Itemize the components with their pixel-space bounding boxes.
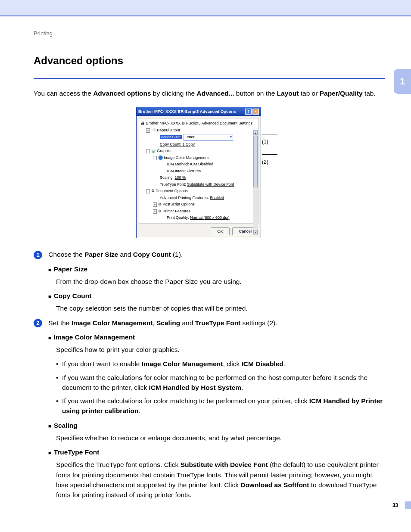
tree-graphic[interactable]: −📊 Graphic xyxy=(141,148,256,155)
callout-1: (1) xyxy=(262,130,283,146)
ok-button[interactable]: OK xyxy=(211,227,230,235)
scroll-thumb[interactable] xyxy=(253,136,258,187)
advanced-options-dialog: Brother MFC- XXXX BR-Script3 Advanced Op… xyxy=(136,107,261,239)
dialog-scrollbar[interactable]: ▴ ▾ xyxy=(253,130,258,235)
chapter-number: 1 xyxy=(400,76,405,87)
dialog-title: Brother MFC- XXXX BR-Script3 Advanced Op… xyxy=(138,109,244,115)
dialog-tree: 🖨 Brother MFC- XXXX BR-Script3 Advanced … xyxy=(139,118,258,224)
step2-scaling: ■Scaling Specifies whether to reduce or … xyxy=(48,420,385,443)
tree-icm-method[interactable]: ICM Method: ICM Disabled xyxy=(141,161,256,168)
icm-bullet-2: If you want the calculations for color m… xyxy=(56,373,385,393)
tree-icm[interactable]: −🔵 Image Color Management xyxy=(141,155,256,162)
breadcrumb: Printing xyxy=(34,29,385,38)
heading-rule xyxy=(34,78,385,79)
step1-paper-size: ■Paper Size From the drop-down box choos… xyxy=(48,264,385,287)
scroll-down-icon[interactable]: ▾ xyxy=(253,230,258,234)
step-badge-2: 2 xyxy=(34,319,42,327)
tree-printer-features[interactable]: −⚙ Printer Features xyxy=(141,208,256,215)
dialog-button-row: OK Cancel xyxy=(137,226,261,238)
tree-media-type[interactable]: Media Type: Plain Paper xyxy=(141,221,256,224)
section-heading: Advanced options xyxy=(34,53,385,68)
step2-icm: ■Image Color Management Specifies how to… xyxy=(48,332,385,416)
icm-bullet-3: If you want the calculations for color m… xyxy=(56,396,385,416)
dialog-figure: Brother MFC- XXXX BR-Script3 Advanced Op… xyxy=(136,107,283,239)
tree-ttf[interactable]: TrueType Font: Substitute with Device Fo… xyxy=(141,181,256,188)
page-number-band xyxy=(405,501,411,509)
tree-print-quality[interactable]: Print Quality: Normal (600 x 600 dpi) xyxy=(141,215,256,221)
step-2: 2 Set the Image Color Management, Scalin… xyxy=(34,318,385,500)
scroll-up-icon[interactable]: ▴ xyxy=(253,131,258,135)
tree-doc-options[interactable]: −⚙ Document Options xyxy=(141,188,256,195)
tree-paper-size[interactable]: Paper Size:Letter xyxy=(141,134,256,141)
page-number: 33 xyxy=(392,502,398,508)
tree-scaling[interactable]: Scaling: 100 % xyxy=(141,174,256,181)
page-header-band xyxy=(0,0,411,16)
dialog-titlebar: Brother MFC- XXXX BR-Script3 Advanced Op… xyxy=(137,107,261,116)
tree-apf[interactable]: Advanced Printing Features: Enabled xyxy=(141,195,256,202)
tree-root: 🖨 Brother MFC- XXXX BR-Script3 Advanced … xyxy=(141,120,256,127)
tree-ps-options[interactable]: +⚙ PostScript Options xyxy=(141,201,256,208)
help-button[interactable]: ? xyxy=(245,109,252,115)
page-content: Printing Advanced options You can access… xyxy=(0,16,411,521)
step2-ttf: ■TrueType Font Specifies the TrueType fo… xyxy=(48,447,385,500)
tree-icm-intent[interactable]: ICM Intent: Pictures xyxy=(141,168,256,175)
step-badge-1: 1 xyxy=(34,251,42,259)
intro-paragraph: You can access the Advanced options by c… xyxy=(34,88,385,98)
callout-2: (2) xyxy=(262,150,283,166)
step-1: 1 Choose the Paper Size and Copy Count (… xyxy=(34,249,385,313)
icm-bullet-1: If you don't want to enable Image Color … xyxy=(56,359,385,369)
close-button[interactable]: × xyxy=(252,109,259,115)
tree-paper-output[interactable]: −📄 Paper/Output xyxy=(141,127,256,134)
paper-size-dropdown[interactable]: Letter xyxy=(184,134,233,141)
step1-copy-count: ■Copy Count The copy selection sets the … xyxy=(48,291,385,314)
tree-copy-count[interactable]: Copy Count: 1 Copy xyxy=(141,141,256,148)
chapter-tab: 1 xyxy=(394,69,411,94)
